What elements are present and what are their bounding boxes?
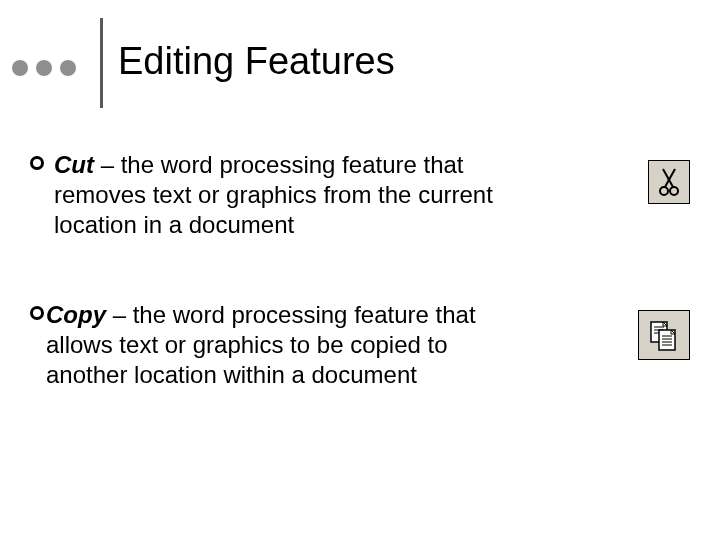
- slide: Editing Features Cut – the word processi…: [0, 0, 720, 540]
- slide-body: Cut – the word processing feature that r…: [30, 150, 530, 450]
- svg-point-3: [670, 187, 678, 195]
- copy-toolbar-button[interactable]: [638, 310, 690, 360]
- decorative-dots: [12, 60, 76, 76]
- slide-title: Editing Features: [118, 40, 395, 83]
- term-cut: Cut: [54, 151, 94, 178]
- title-divider: [100, 18, 103, 108]
- dot-icon: [12, 60, 28, 76]
- svg-line-0: [663, 169, 673, 187]
- dot-icon: [36, 60, 52, 76]
- bullet-copy: Copy – the word processing feature that …: [30, 300, 530, 390]
- svg-point-2: [660, 187, 668, 195]
- bullet-text: Copy – the word processing feature that …: [46, 300, 530, 390]
- cut-toolbar-button[interactable]: [648, 160, 690, 204]
- term-copy: Copy: [46, 301, 106, 328]
- bullet-icon: [30, 156, 44, 170]
- bullet-cut: Cut – the word processing feature that r…: [30, 150, 530, 240]
- dot-icon: [60, 60, 76, 76]
- svg-point-4: [668, 178, 671, 181]
- scissors-icon: [656, 167, 682, 197]
- definition-cut: – the word processing feature that remov…: [54, 151, 493, 238]
- bullet-text: Cut – the word processing feature that r…: [54, 150, 530, 240]
- copy-icon: [647, 318, 681, 352]
- bullet-icon: [30, 306, 44, 320]
- definition-copy: – the word processing feature that allow…: [46, 301, 476, 388]
- svg-line-1: [665, 169, 675, 187]
